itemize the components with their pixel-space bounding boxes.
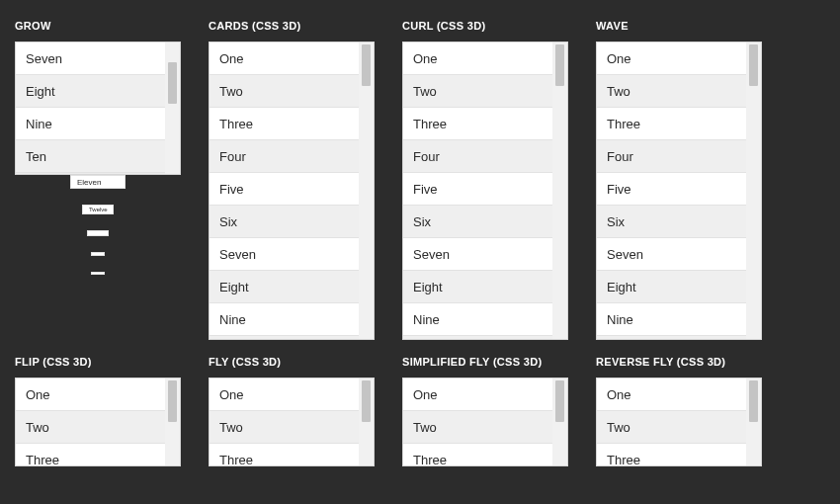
- panel-reverse-fly: REVERSE FLY (CSS 3D) One Two Three: [596, 356, 762, 466]
- list-item[interactable]: Eight: [403, 271, 552, 303]
- listbox-curl[interactable]: One Two Three Four Five Six Seven Eight …: [402, 42, 568, 340]
- list-scroll-curl: One Two Three Four Five Six Seven Eight …: [403, 42, 552, 339]
- list-item[interactable]: Ten: [210, 336, 359, 339]
- panel-grow: GROW Seven Eight Nine Ten Eleven Twelve: [15, 20, 181, 340]
- list-item[interactable]: Three: [403, 444, 552, 465]
- list-item[interactable]: Two: [597, 75, 746, 108]
- list-item[interactable]: Five: [597, 173, 746, 206]
- grow-shrink-item: Twelve: [82, 205, 114, 214]
- list-item[interactable]: Seven: [597, 238, 746, 271]
- listbox-fly[interactable]: One Two Three: [209, 378, 375, 466]
- list-item[interactable]: One: [403, 378, 552, 411]
- list-item[interactable]: One: [210, 378, 359, 411]
- panel-title-cards: CARDS (CSS 3D): [209, 20, 375, 32]
- list-item[interactable]: Two: [16, 411, 165, 444]
- list-item[interactable]: Six: [403, 206, 552, 238]
- panel-title-flip: FLIP (CSS 3D): [15, 356, 181, 368]
- list-item[interactable]: Four: [403, 140, 552, 173]
- list-item[interactable]: Four: [597, 140, 746, 173]
- list-item[interactable]: Three: [597, 108, 746, 140]
- scrollbar[interactable]: [165, 378, 180, 465]
- grow-shrink-item: [91, 252, 105, 256]
- list-scroll-sfly: One Two Three: [403, 378, 552, 465]
- listbox-rfly[interactable]: One Two Three: [596, 378, 762, 466]
- list-item[interactable]: Seven: [210, 238, 359, 271]
- list-scroll-wave: One Two Three Four Five Six Seven Eight …: [597, 42, 746, 339]
- list-item[interactable]: Four: [210, 140, 359, 173]
- list-item[interactable]: Five: [210, 173, 359, 206]
- panel-title-wave: WAVE: [596, 20, 762, 32]
- panel-title-fly: FLY (CSS 3D): [209, 356, 375, 368]
- list-item[interactable]: Nine: [210, 303, 359, 336]
- panel-fly: FLY (CSS 3D) One Two Three: [209, 356, 375, 466]
- list-item[interactable]: Six: [210, 206, 359, 238]
- list-item[interactable]: Seven: [16, 42, 165, 75]
- scrollbar[interactable]: [359, 42, 374, 339]
- list-item[interactable]: Six: [597, 206, 746, 238]
- list-scroll-fly: One Two Three: [210, 378, 359, 465]
- list-item[interactable]: Three: [210, 108, 359, 140]
- panel-title-sfly: SIMPLIFIED FLY (CSS 3D): [402, 356, 568, 368]
- panel-title-rfly: REVERSE FLY (CSS 3D): [596, 356, 762, 368]
- listbox-grow[interactable]: Seven Eight Nine Ten: [15, 42, 181, 175]
- list-item[interactable]: Eight: [597, 271, 746, 303]
- list-item[interactable]: One: [403, 42, 552, 75]
- scrollbar[interactable]: [746, 378, 761, 465]
- grow-shrink-item: [87, 230, 109, 236]
- panel-title-grow: GROW: [15, 20, 181, 32]
- panel-cards: CARDS (CSS 3D) One Two Three Four Five S…: [209, 20, 375, 340]
- list-item[interactable]: Eight: [16, 75, 165, 108]
- scrollbar[interactable]: [746, 42, 761, 339]
- list-item[interactable]: Nine: [597, 303, 746, 336]
- list-item[interactable]: Three: [210, 444, 359, 465]
- list-scroll-flip: One Two Three: [16, 378, 165, 465]
- list-item[interactable]: Two: [597, 411, 746, 444]
- grow-shrink-item: [91, 272, 105, 275]
- panel-simplified-fly: SIMPLIFIED FLY (CSS 3D) One Two Three: [402, 356, 568, 466]
- panel-title-curl: CURL (CSS 3D): [402, 20, 568, 32]
- page-root: GROW Seven Eight Nine Ten Eleven Twelve: [0, 0, 840, 466]
- listbox-cards[interactable]: One Two Three Four Five Six Seven Eight …: [209, 42, 375, 340]
- list-item[interactable]: Three: [597, 444, 746, 465]
- list-item[interactable]: Nine: [16, 108, 165, 140]
- panel-flip: FLIP (CSS 3D) One Two Three: [15, 356, 181, 466]
- listbox-sfly[interactable]: One Two Three: [402, 378, 568, 466]
- list-scroll-rfly: One Two Three: [597, 378, 746, 465]
- list-item[interactable]: Two: [403, 75, 552, 108]
- list-item[interactable]: Three: [403, 108, 552, 140]
- row-top: GROW Seven Eight Nine Ten Eleven Twelve: [15, 20, 825, 340]
- scrollbar[interactable]: [552, 42, 567, 339]
- scrollbar[interactable]: [359, 378, 374, 465]
- listbox-flip[interactable]: One Two Three: [15, 378, 181, 466]
- list-item[interactable]: One: [210, 42, 359, 75]
- list-item[interactable]: Ten: [16, 140, 165, 173]
- list-item[interactable]: Ten: [403, 336, 552, 339]
- list-item[interactable]: One: [597, 378, 746, 411]
- list-item[interactable]: Ten: [597, 336, 746, 339]
- list-item[interactable]: Two: [210, 75, 359, 108]
- listbox-wave[interactable]: One Two Three Four Five Six Seven Eight …: [596, 42, 762, 340]
- list-item[interactable]: Eight: [210, 271, 359, 303]
- list-scroll-grow: Seven Eight Nine Ten: [16, 42, 165, 174]
- list-item[interactable]: Five: [403, 173, 552, 206]
- list-item[interactable]: Two: [210, 411, 359, 444]
- list-scroll-cards: One Two Three Four Five Six Seven Eight …: [210, 42, 359, 339]
- list-item[interactable]: One: [16, 378, 165, 411]
- list-item[interactable]: Three: [16, 444, 165, 465]
- grow-shrink-item: Eleven: [70, 175, 126, 189]
- panel-curl: CURL (CSS 3D) One Two Three Four Five Si…: [402, 20, 568, 340]
- row-bottom: FLIP (CSS 3D) One Two Three FLY (CSS 3D)…: [15, 356, 825, 466]
- list-item[interactable]: One: [597, 42, 746, 75]
- list-item[interactable]: Nine: [403, 303, 552, 336]
- scrollbar[interactable]: [165, 42, 180, 174]
- list-item[interactable]: Two: [403, 411, 552, 444]
- list-item[interactable]: Seven: [403, 238, 552, 271]
- panel-wave: WAVE One Two Three Four Five Six Seven E…: [596, 20, 762, 340]
- scrollbar[interactable]: [552, 378, 567, 465]
- grow-shrink-stack: Eleven Twelve: [15, 175, 181, 275]
